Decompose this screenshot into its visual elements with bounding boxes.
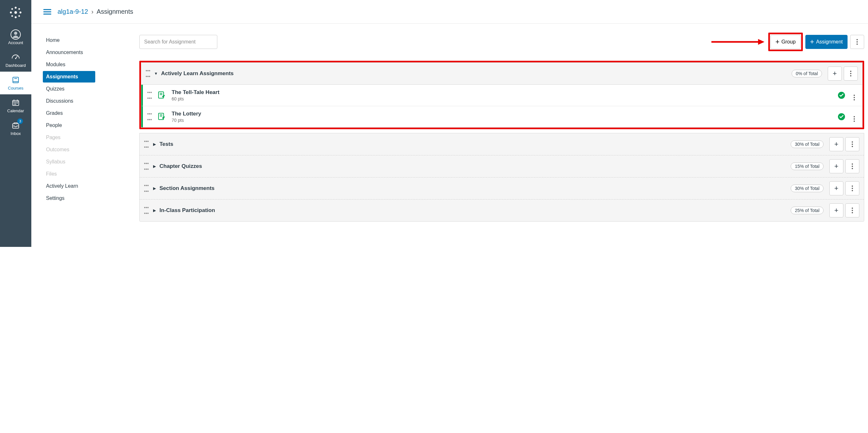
nav-dashboard-label: Dashboard <box>5 63 26 68</box>
svg-rect-23 <box>14 104 15 105</box>
course-nav-quizzes[interactable]: Quizzes <box>43 83 95 95</box>
course-nav-files[interactable]: Files <box>43 168 95 180</box>
course-nav-home[interactable]: Home <box>43 34 95 46</box>
course-nav-settings[interactable]: Settings <box>43 193 95 204</box>
course-nav-discussions[interactable]: Discussions <box>43 95 95 107</box>
svg-point-10 <box>14 32 17 35</box>
inbox-badge: 3 <box>17 118 23 124</box>
svg-rect-21 <box>16 103 16 104</box>
nav-calendar[interactable]: Calendar <box>0 94 31 117</box>
assignment-row[interactable]: The Lottery 70 pts <box>141 106 495 127</box>
assignment-list: The Tell-Tale Heart 60 pts <box>141 84 495 127</box>
assignment-body: The Tell-Tale Heart 60 pts <box>172 89 495 102</box>
svg-point-8 <box>19 16 20 17</box>
app-logo <box>9 6 22 19</box>
collapsed-groups-stack: ▶ Tests 30% of Total + ▶ Chapter Quizzes… <box>140 133 495 222</box>
breadcrumb-course-link[interactable]: alg1a-9-12 <box>58 8 88 16</box>
expand-toggle[interactable]: ▼ <box>153 71 158 76</box>
dashboard-icon <box>10 52 21 62</box>
expand-toggle[interactable]: ▶ <box>152 164 157 169</box>
assignment-group: ▼ Actively Learn Assignments 0% of Total… <box>141 62 495 127</box>
group-title: Chapter Quizzes <box>159 163 495 170</box>
assignment-group: ▶ In-Class Participation 25% of Total + <box>140 199 495 221</box>
expand-toggle[interactable]: ▶ <box>152 186 157 191</box>
svg-point-1 <box>15 7 17 9</box>
assignment-icon <box>158 91 166 99</box>
main-content: + Group + Assignment ▼ Actively Learn As… <box>140 33 495 222</box>
expand-toggle[interactable]: ▶ <box>152 142 157 146</box>
drag-handle-icon[interactable] <box>144 207 149 214</box>
svg-point-4 <box>20 11 22 13</box>
course-nav-assignments[interactable]: Assignments <box>43 71 95 83</box>
nav-courses-label: Courses <box>8 86 23 90</box>
svg-point-5 <box>11 8 13 10</box>
course-nav: Home Announcements Modules Assignments Q… <box>43 34 95 205</box>
group-title: In-Class Participation <box>159 207 495 213</box>
search-input[interactable] <box>140 35 217 49</box>
group-title: Actively Learn Assignments <box>161 70 495 77</box>
annotation-highlight-group-box: ▼ Actively Learn Assignments 0% of Total… <box>140 61 495 129</box>
svg-rect-22 <box>17 103 18 104</box>
group-header: ▶ Chapter Quizzes 15% of Total + <box>140 155 495 177</box>
assignment-group: ▶ Chapter Quizzes 15% of Total + <box>140 155 495 177</box>
page-container: alg1a-9-12 › Assignments Home Announceme… <box>31 0 495 247</box>
course-nav-announcements[interactable]: Announcements <box>43 47 95 58</box>
drag-handle-icon[interactable] <box>146 70 150 77</box>
group-header: ▼ Actively Learn Assignments 0% of Total… <box>141 63 495 84</box>
svg-point-7 <box>11 16 13 17</box>
nav-courses[interactable]: Courses <box>0 71 31 94</box>
course-nav-actively-learn[interactable]: Actively Learn <box>43 180 95 192</box>
course-nav-syllabus[interactable]: Syllabus <box>43 156 95 168</box>
nav-inbox-label: Inbox <box>10 131 21 136</box>
svg-point-2 <box>15 16 17 18</box>
assignment-title: The Lottery <box>172 111 495 117</box>
breadcrumb-current: Assignments <box>96 8 133 16</box>
assignment-group: ▶ Tests 30% of Total + <box>140 133 495 155</box>
drag-handle-icon[interactable] <box>144 185 149 192</box>
nav-dashboard[interactable]: Dashboard <box>0 49 31 71</box>
group-title: Section Assignments <box>159 185 495 192</box>
calendar-icon <box>10 97 21 108</box>
assignment-title: The Tell-Tale Heart <box>172 89 495 96</box>
course-nav-grades[interactable]: Grades <box>43 108 95 119</box>
group-header: ▶ Section Assignments 30% of Total + <box>140 177 495 199</box>
nav-account[interactable]: Account <box>0 26 31 49</box>
group-header: ▶ In-Class Participation 25% of Total + <box>140 200 495 221</box>
assignment-points: 70 pts <box>172 118 495 123</box>
breadcrumb-separator: › <box>91 8 94 16</box>
assignment-row[interactable]: The Tell-Tale Heart 60 pts <box>141 85 495 106</box>
global-nav: Account Dashboard Courses Calendar 3 Inb… <box>0 0 31 247</box>
hamburger-icon[interactable] <box>43 7 52 16</box>
course-nav-outcomes[interactable]: Outcomes <box>43 144 95 155</box>
breadcrumb-bar: alg1a-9-12 › Assignments <box>31 0 495 24</box>
course-nav-modules[interactable]: Modules <box>43 59 95 70</box>
svg-point-3 <box>10 11 12 13</box>
assignment-icon <box>158 113 166 121</box>
drag-handle-icon[interactable] <box>147 113 152 120</box>
svg-rect-24 <box>16 104 16 105</box>
group-header: ▶ Tests 30% of Total + <box>140 133 495 155</box>
nav-inbox[interactable]: 3 Inbox <box>0 117 31 140</box>
drag-handle-icon[interactable] <box>144 163 149 170</box>
assignments-toolbar: + Group + Assignment <box>140 33 495 51</box>
assignment-body: The Lottery 70 pts <box>172 111 495 123</box>
drag-handle-icon[interactable] <box>144 141 149 148</box>
svg-point-6 <box>19 8 20 10</box>
assignment-points: 60 pts <box>172 96 495 102</box>
nav-calendar-label: Calendar <box>7 108 24 113</box>
expand-toggle[interactable]: ▶ <box>152 208 157 213</box>
group-title: Tests <box>159 141 495 147</box>
svg-point-0 <box>14 11 17 14</box>
assignment-group: ▶ Section Assignments 30% of Total + <box>140 177 495 199</box>
course-nav-pages[interactable]: Pages <box>43 132 95 143</box>
svg-point-12 <box>15 58 16 59</box>
nav-account-label: Account <box>8 40 23 45</box>
courses-icon <box>10 75 21 85</box>
svg-rect-20 <box>14 103 15 104</box>
user-icon <box>10 29 21 40</box>
course-nav-people[interactable]: People <box>43 120 95 131</box>
drag-handle-icon[interactable] <box>147 92 152 99</box>
